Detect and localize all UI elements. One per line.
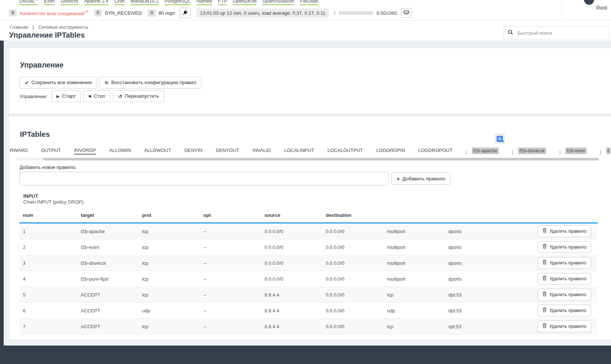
user-avatar[interactable] <box>584 0 594 5</box>
cell-target: ACCEPT <box>81 324 142 329</box>
cell-extra1: tcp <box>387 324 448 329</box>
service-link-exim[interactable]: Exim <box>44 0 55 5</box>
restart-button[interactable]: ↺ Перезапустить <box>113 90 164 102</box>
trash-icon <box>542 260 547 266</box>
cell-extra2: dports <box>448 260 510 266</box>
tab-invalid[interactable]: INVALID <box>252 148 271 155</box>
restart-icon: ↺ <box>118 94 122 99</box>
chain-name: INPUT <box>23 193 38 199</box>
tab-logdropin[interactable]: LOGDROPIN <box>376 148 405 155</box>
syn-count-badge: 0 <box>94 9 102 17</box>
service-controls: Управление: ▶ Старт ■ Стоп ↺ Перезапусти… <box>20 90 164 102</box>
cell-prot: tcp <box>142 324 203 329</box>
add-rule-input[interactable] <box>20 172 389 186</box>
service-link-postgresql[interactable]: PostgreSQL <box>165 0 191 5</box>
rules-table-body: 1 f2b-apache tcp -- 0.0.0.0/0 0.0.0.0/0 … <box>20 223 598 334</box>
service-link-dnsbl[interactable]: DNSBL <box>19 0 38 5</box>
tabwrap-denyout: DENYOUT <box>216 148 239 155</box>
cell-extra1: udp <box>387 308 448 313</box>
cell-target: ACCEPT <box>81 308 142 313</box>
service-link-dovecot[interactable]: Dovecot <box>61 0 78 5</box>
breadcrumb-home[interactable]: Главная <box>10 24 28 30</box>
scrollbar-thumb[interactable] <box>43 158 599 160</box>
services-row: DNSBL Exim Dovecot Apache 2.4 Cron Maria… <box>19 0 318 5</box>
trash-icon <box>542 228 547 235</box>
connections-plug-button[interactable] <box>180 8 191 18</box>
tabwrap-allowin: ALLOWIN <box>109 148 131 155</box>
tab-denyout[interactable]: DENYOUT <box>216 148 239 155</box>
tabwrap-f2b-exim: |f2b-exim <box>559 148 587 155</box>
tabwrap-allowout: ALLOWOUT <box>144 148 171 155</box>
user-name[interactable]: Root <box>596 5 607 11</box>
column-header-target: target <box>81 212 142 218</box>
service-link-fail2ban[interactable]: Fail2ban <box>300 0 318 5</box>
tab-denyin[interactable]: DENYIN <box>184 148 203 155</box>
start-button[interactable]: ▶ Старт <box>51 90 81 102</box>
disk-usage-button[interactable] <box>401 8 411 18</box>
add-rule-button[interactable]: + Добавить правило <box>391 173 451 185</box>
tabs-horizontal-scrollbar[interactable] <box>16 158 599 160</box>
breadcrumb-section[interactable]: Сетевые инструменты <box>38 24 88 30</box>
tab-logdropout[interactable]: LOGDROPOUT <box>418 148 452 155</box>
delete-rule-button[interactable]: Удалить правило <box>538 320 591 332</box>
tab-allowout[interactable]: ALLOWOUT <box>144 148 171 155</box>
delete-rule-button[interactable]: Удалить правило <box>538 289 591 301</box>
service-link-mariadb10-2[interactable]: MariaDB10.2 <box>131 0 159 5</box>
table-row: 3 f2b-dovecot tcp -- 0.0.0.0/0 0.0.0.0/0… <box>20 255 598 271</box>
cell-action: Удалить правило <box>538 241 598 253</box>
tab-localoutput[interactable]: LOCALOUTPUT <box>328 148 363 155</box>
cell-action: Удалить правило <box>538 273 598 285</box>
tab-localinput[interactable]: LOCALINPUT <box>284 148 314 155</box>
tab-f2b-pure-ftpd[interactable]: f2b-pure-ftpd <box>606 148 610 154</box>
check-icon: ✔ <box>25 80 29 85</box>
cell-destination: 0.0.0.0/0 <box>326 276 387 282</box>
delete-rule-button[interactable]: Удалить правило <box>538 273 591 285</box>
cell-source: 0.0.0.0/0 <box>265 260 326 266</box>
stop-button[interactable]: ■ Стоп <box>83 90 110 102</box>
tab-f2b-exim[interactable]: f2b-exim <box>565 148 587 154</box>
restore-config-button[interactable]: ↻ Восстановить конфигурацию правил <box>100 77 201 89</box>
tab-forward[interactable]: FORWARD <box>10 148 28 155</box>
tab-invdrop[interactable]: INVDROP <box>74 148 96 155</box>
chain-description: Chain INPUT (policy DROP) <box>23 199 83 205</box>
external-link-icon <box>35 0 38 1</box>
tab-allowin[interactable]: ALLOWIN <box>109 148 131 155</box>
tab-separator: | <box>466 149 467 155</box>
delete-rule-button[interactable]: Удалить правило <box>538 305 591 316</box>
column-header-num: num <box>20 212 81 218</box>
translate-button[interactable]: G◄ <box>494 134 505 144</box>
delete-rule-button[interactable]: Удалить правило <box>538 225 591 237</box>
service-link-cron[interactable]: Cron <box>114 0 125 5</box>
cell-prot: udp <box>142 308 203 313</box>
cell-extra2: dports <box>448 229 510 234</box>
cell-extra2: spt:53 <box>448 324 510 329</box>
cell-extra1: multiport <box>387 260 448 266</box>
tab-f2b-dovecot[interactable]: f2b-dovecot <box>518 148 546 154</box>
tabwrap-f2b-dovecot: |f2b-dovecot <box>512 148 546 155</box>
play-icon: ▶ <box>56 94 59 99</box>
save-all-button[interactable]: ✔ Сохранить все изменения <box>20 77 97 89</box>
service-link-opendkim[interactable]: OpenDKIM <box>233 0 256 5</box>
service-link-apache-2-4[interactable]: Apache 2.4 <box>84 0 108 5</box>
table-row: 2 f2b-exim tcp -- 0.0.0.0/0 0.0.0.0/0 mu… <box>20 239 598 255</box>
connections-link[interactable]: Количество всех соединений <box>20 10 88 16</box>
delete-rule-button[interactable]: Удалить правило <box>538 241 591 253</box>
delete-rule-button[interactable]: Удалить правило <box>538 257 591 269</box>
service-link-spamassassin[interactable]: SpamAssassin <box>262 0 294 5</box>
quick-search <box>503 26 610 39</box>
cell-destination: 0.0.0.0/0 <box>326 245 387 250</box>
port80-label: 80 порт <box>159 10 175 16</box>
cell-target: ACCEPT <box>81 292 142 298</box>
cell-opt: -- <box>203 245 265 250</box>
collapsed-sidebar[interactable] <box>0 41 4 364</box>
plus-icon: + <box>397 176 400 181</box>
search-input[interactable] <box>517 30 605 36</box>
cell-opt: -- <box>203 276 265 282</box>
tab-f2b-apache[interactable]: f2b-apache <box>472 148 499 154</box>
breadcrumb: Главная ❯ Сетевые инструменты <box>10 24 88 30</box>
service-link-ftp[interactable]: FTP <box>218 0 227 5</box>
service-link-named[interactable]: Named <box>197 0 212 5</box>
tab-output[interactable]: OUTPUT <box>41 148 61 155</box>
chain-tabs: FORWARDOUTPUTINVDROPALLOWINALLOWOUTDENYI… <box>10 148 610 155</box>
tabwrap-f2b-apache: |f2b-apache <box>466 148 498 155</box>
